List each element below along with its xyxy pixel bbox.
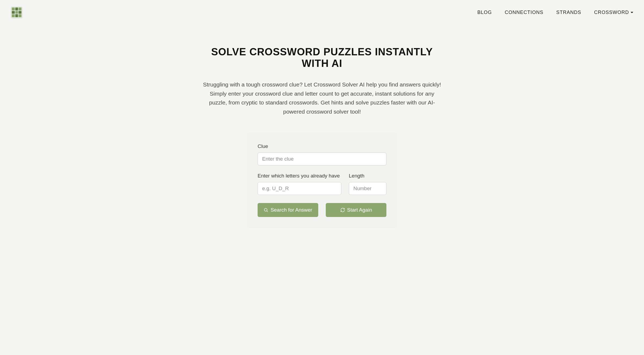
search-button-label: Search for Answer <box>270 207 312 213</box>
nav-link-label: CROSSWORD <box>594 10 629 15</box>
clue-group: Clue <box>258 143 386 165</box>
length-input[interactable] <box>349 182 386 195</box>
solver-card: Clue Enter which letters you already hav… <box>247 132 397 228</box>
nav-link-blog[interactable]: BLOG <box>477 10 492 15</box>
nav-link-label: BLOG <box>477 10 492 15</box>
main-content: SOLVE CROSSWORD PUZZLES INSTANTLY WITH A… <box>191 25 453 238</box>
letters-group: Enter which letters you already have <box>258 172 341 195</box>
letters-label: Enter which letters you already have <box>258 172 341 179</box>
navbar: BLOG CONNECTIONS STRANDS CROSSWORD <box>0 0 644 25</box>
search-button[interactable]: Search for Answer <box>258 203 318 217</box>
nav-link-crossword[interactable]: CROSSWORD <box>594 10 633 15</box>
length-group: Length <box>349 172 386 195</box>
chevron-down-icon <box>631 12 633 13</box>
length-label: Length <box>349 172 386 179</box>
nav-link-strands[interactable]: STRANDS <box>556 10 581 15</box>
logo[interactable] <box>11 6 23 18</box>
page-description: Struggling with a tough crossword clue? … <box>201 80 443 116</box>
nav-link-label: STRANDS <box>556 10 581 15</box>
page-headline: SOLVE CROSSWORD PUZZLES INSTANTLY WITH A… <box>201 46 443 69</box>
button-row: Search for Answer Start Again <box>258 203 386 217</box>
svg-point-0 <box>264 208 267 211</box>
reset-button-label: Start Again <box>347 207 372 213</box>
letters-input[interactable] <box>258 182 341 195</box>
search-icon <box>264 208 268 212</box>
clue-label: Clue <box>258 143 386 150</box>
refresh-icon <box>340 208 345 212</box>
nav-link-label: CONNECTIONS <box>505 10 543 15</box>
letters-length-row: Enter which letters you already have Len… <box>258 172 386 195</box>
nav-link-connections[interactable]: CONNECTIONS <box>505 10 543 15</box>
nav-links: BLOG CONNECTIONS STRANDS CROSSWORD <box>477 10 633 15</box>
reset-button[interactable]: Start Again <box>326 203 386 217</box>
svg-line-1 <box>267 211 268 212</box>
clue-input[interactable] <box>258 153 386 165</box>
